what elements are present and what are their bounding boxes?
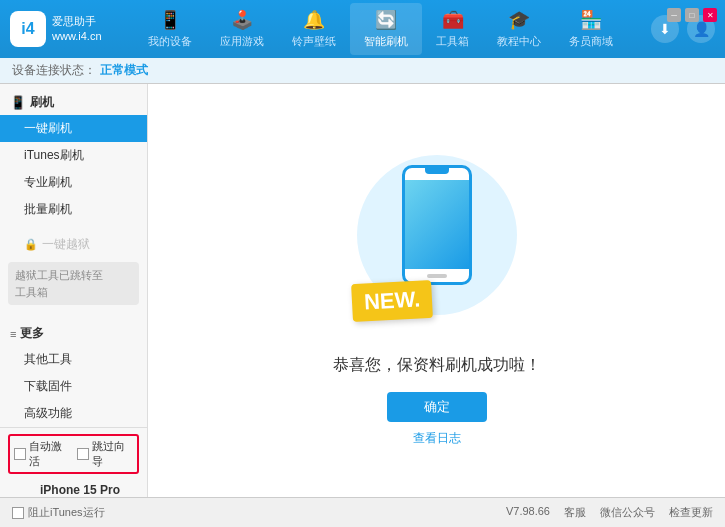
auto-activate-checkbox[interactable] (14, 448, 26, 460)
my-device-icon: 📱 (159, 9, 181, 31)
footer-left: 阻止iTunes运行 (12, 505, 105, 520)
phone-notch (425, 168, 449, 174)
stop-itunes-checkbox[interactable] (12, 507, 24, 519)
nav-tab-smart-flash[interactable]: 🔄 智能刷机 (350, 3, 422, 55)
footer: 阻止iTunes运行 V7.98.66 客服 微信公众号 检查更新 (0, 497, 725, 527)
minimize-button[interactable]: ─ (667, 8, 681, 22)
flash-section-icon: 📱 (10, 95, 26, 110)
maximize-button[interactable]: □ (685, 8, 699, 22)
device-name: iPhone 15 Pro Max (40, 481, 135, 497)
nav-tab-tutorial[interactable]: 🎓 教程中心 (483, 3, 555, 55)
flash-section-header: 📱 刷机 (0, 90, 147, 115)
phone-home-button (427, 274, 447, 278)
device-info: 📱 iPhone 15 Pro Max 512GB iPhone (8, 478, 139, 497)
nav-tab-toolbox[interactable]: 🧰 工具箱 (422, 3, 483, 55)
skip-guide-checkbox-item[interactable]: 跳过向导 (77, 439, 134, 469)
check-update-link[interactable]: 检查更新 (669, 505, 713, 520)
customer-service-link[interactable]: 客服 (564, 505, 586, 520)
phone-illustration (402, 165, 472, 285)
phone-screen (405, 180, 469, 269)
logo-text: 爱思助手 www.i4.cn (52, 14, 102, 45)
nav-tab-apps-games[interactable]: 🕹️ 应用游戏 (206, 3, 278, 55)
logo-icon: i4 (10, 11, 46, 47)
sidebar-item-one-click-flash[interactable]: 一键刷机 (0, 115, 147, 142)
sidebar-bottom: 自动激活 跳过向导 📱 iPhone 15 Pro Max 512GB iPho… (0, 427, 147, 497)
auto-activate-checkbox-item[interactable]: 自动激活 (14, 439, 71, 469)
new-badge: NEW. (351, 279, 433, 321)
sidebar-item-other-tools[interactable]: 其他工具 (0, 346, 147, 373)
subheader: 设备连接状态： 正常模式 (0, 58, 725, 84)
success-illustration: ✦ ✦ NEW. (347, 135, 527, 335)
nav-tabs: 📱 我的设备 🕹️ 应用游戏 🔔 铃声壁纸 🔄 智能刷机 🧰 工具箱 🎓 (120, 3, 641, 55)
view-log-link[interactable]: 查看日志 (413, 430, 461, 447)
sidebar-item-download-firmware[interactable]: 下载固件 (0, 373, 147, 400)
version-label: V7.98.66 (506, 505, 550, 520)
wechat-link[interactable]: 微信公众号 (600, 505, 655, 520)
ringtone-icon: 🔔 (303, 9, 325, 31)
confirm-button[interactable]: 确定 (387, 392, 487, 422)
success-message: 恭喜您，保资料刷机成功啦！ (333, 355, 541, 376)
more-section-header: ≡ 更多 (0, 321, 147, 346)
skip-guide-checkbox[interactable] (77, 448, 89, 460)
stop-itunes-label: 阻止iTunes运行 (28, 505, 105, 520)
status-label: 设备连接状态： (12, 62, 96, 79)
nav-tab-my-device[interactable]: 📱 我的设备 (134, 3, 206, 55)
lock-icon: 🔒 (24, 238, 38, 251)
sidebar-item-advanced[interactable]: 高级功能 (0, 400, 147, 427)
smart-flash-icon: 🔄 (375, 9, 397, 31)
logo: i4 爱思助手 www.i4.cn (10, 11, 120, 47)
device-details: iPhone 15 Pro Max 512GB iPhone (40, 481, 135, 497)
sidebar-item-pro-flash[interactable]: 专业刷机 (0, 169, 147, 196)
main-layout: 📱 刷机 一键刷机 iTunes刷机 专业刷机 批量刷机 🔒 一键越狱 越狱工具… (0, 84, 725, 497)
nav-tab-ringtone[interactable]: 🔔 铃声壁纸 (278, 3, 350, 55)
jailbreak-tip: 越狱工具已跳转至 工具箱 (8, 262, 139, 305)
sidebar-item-batch-flash[interactable]: 批量刷机 (0, 196, 147, 223)
app-header: i4 爱思助手 www.i4.cn 📱 我的设备 🕹️ 应用游戏 🔔 铃声壁纸 … (0, 0, 725, 58)
nav-tab-service[interactable]: 🏪 务员商域 (555, 3, 627, 55)
apps-icon: 🕹️ (231, 9, 253, 31)
service-icon: 🏪 (580, 9, 602, 31)
sidebar: 📱 刷机 一键刷机 iTunes刷机 专业刷机 批量刷机 🔒 一键越狱 越狱工具… (0, 84, 148, 497)
sidebar-item-jailbreak: 🔒 一键越狱 (0, 231, 147, 258)
footer-right: V7.98.66 客服 微信公众号 检查更新 (506, 505, 713, 520)
tutorial-icon: 🎓 (508, 9, 530, 31)
toolbox-icon: 🧰 (442, 9, 464, 31)
main-content: ✦ ✦ NEW. 恭喜您，保资料刷机成功啦！ 确定 查看日志 (148, 84, 725, 497)
status-value: 正常模式 (100, 62, 148, 79)
sidebar-item-itunes-flash[interactable]: iTunes刷机 (0, 142, 147, 169)
auto-activate-row: 自动激活 跳过向导 (8, 434, 139, 474)
more-icon: ≡ (10, 328, 16, 340)
close-button[interactable]: ✕ (703, 8, 717, 22)
